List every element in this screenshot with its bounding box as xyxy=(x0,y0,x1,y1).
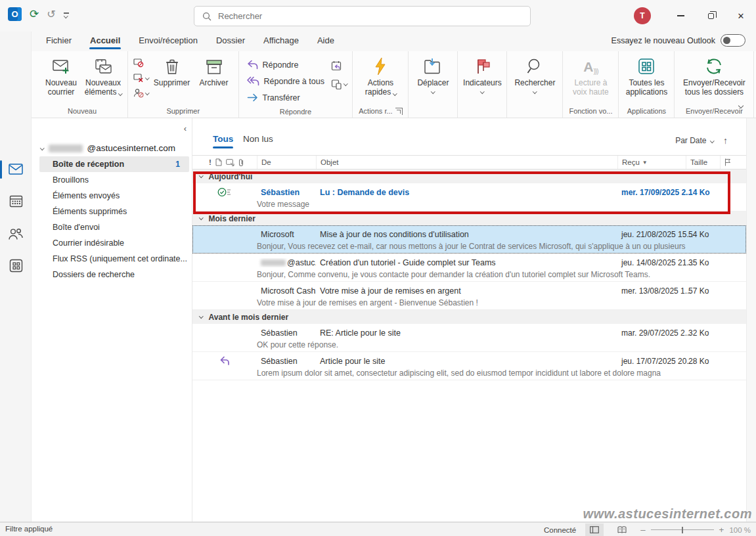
collapse-folder-pane-button[interactable]: ‹ xyxy=(184,123,187,133)
ribbon: Nouveau courrier Nouveaux éléments Nouve… xyxy=(32,51,756,118)
send-receive-all-button[interactable]: Envoyer/Recevoir tous les dossiers xyxy=(678,54,749,97)
email-row[interactable]: Microsoft Cash... Votre mise à jour de r… xyxy=(192,282,746,310)
column-de[interactable]: De xyxy=(257,156,316,169)
reading-view-button[interactable] xyxy=(613,524,631,536)
tab-affichage[interactable]: Affichage xyxy=(257,32,305,51)
account-header[interactable]: @astucesinternet.com xyxy=(41,143,175,153)
customize-toolbar-icon[interactable] xyxy=(64,11,69,17)
item-type-column-icon[interactable] xyxy=(215,158,222,166)
nav-apps-button[interactable] xyxy=(0,252,32,279)
layout-view-button[interactable] xyxy=(585,524,604,536)
minimize-icon xyxy=(677,15,684,16)
flag-column-icon[interactable] xyxy=(724,158,731,166)
search-input[interactable] xyxy=(218,11,522,21)
share-button[interactable] xyxy=(331,78,347,90)
zoom-slider[interactable] xyxy=(651,529,714,530)
zoom-in-button[interactable]: + xyxy=(719,525,724,535)
new-items-button[interactable]: Nouveaux éléments xyxy=(83,54,123,97)
nav-people-button[interactable] xyxy=(0,221,32,247)
quick-actions-button[interactable]: Actions rapides xyxy=(357,54,404,97)
watermark: www.astucesinternet.com xyxy=(583,506,753,522)
new-mail-button[interactable]: Nouveau courrier xyxy=(41,54,81,97)
collapse-ribbon-button[interactable] xyxy=(734,97,748,112)
tab-accueil[interactable]: Accueil xyxy=(83,32,127,51)
block-sender-button[interactable] xyxy=(133,87,149,99)
email-row[interactable]: Sébastien Article pour le site jeu. 17/0… xyxy=(192,352,746,380)
chevron-down-icon xyxy=(145,76,149,79)
column-taille[interactable]: Taille xyxy=(686,156,720,169)
avatar[interactable]: T xyxy=(634,7,651,24)
tab-envoi-reception[interactable]: Envoi/réception xyxy=(132,32,204,51)
outlook-logo-icon[interactable]: O xyxy=(8,7,22,21)
folder-inbox[interactable]: Boîte de réception1 xyxy=(39,156,189,172)
group-applications: Toutes les applications Applications xyxy=(619,51,675,118)
ignore-button[interactable] xyxy=(133,56,149,69)
dialog-launcher-icon[interactable] xyxy=(395,108,403,115)
attachment-column-icon[interactable] xyxy=(238,158,244,167)
column-recu[interactable]: Reçu▼ xyxy=(617,156,686,169)
group-label-supprimer: Supprimer xyxy=(132,104,234,118)
new-outlook-toggle[interactable] xyxy=(721,34,745,47)
archive-button[interactable]: Archiver xyxy=(194,54,234,87)
send-receive-icon[interactable]: ⟳ xyxy=(30,9,39,20)
email-row[interactable]: Microsoft Mise à jour de nos conditions … xyxy=(192,225,746,254)
folder-sent[interactable]: Éléments envoyés xyxy=(32,188,189,204)
folder-rss[interactable]: Flux RSS (uniquement cet ordinate... xyxy=(32,251,189,267)
email-row[interactable]: Sébastien Lu : Demande de devis mer. 17/… xyxy=(192,183,746,212)
find-label: Rechercher xyxy=(514,78,555,87)
meeting-reply-button[interactable] xyxy=(331,59,347,72)
all-apps-button[interactable]: Toutes les applications xyxy=(623,54,670,97)
folder-junk[interactable]: Courrier indésirable xyxy=(32,235,189,251)
read-aloud-label: Lecture à voix haute xyxy=(567,78,614,97)
move-button[interactable]: Déplacer xyxy=(412,54,453,93)
sort-by-date-button[interactable]: Par Date xyxy=(675,136,713,145)
search-box[interactable] xyxy=(194,6,531,26)
group-label-actions: Actions r... xyxy=(357,104,404,118)
sort-direction-button[interactable]: ↑ xyxy=(723,135,728,146)
filter-tab-unread[interactable]: Non lus xyxy=(243,134,273,144)
column-objet[interactable]: Objet xyxy=(316,156,617,169)
undo-icon[interactable]: ↺ xyxy=(47,9,55,20)
tab-aide[interactable]: Aide xyxy=(311,32,341,51)
importance-column-icon[interactable]: ! xyxy=(209,158,211,166)
folder-drafts[interactable]: Brouillons xyxy=(32,172,189,188)
group-header-last-month[interactable]: Mois dernier xyxy=(192,212,746,225)
reply-all-label: Répondre à tous xyxy=(264,77,324,86)
send-receive-all-label: Envoyer/Recevoir tous les dossiers xyxy=(678,78,749,97)
tab-dossier[interactable]: Dossier xyxy=(210,32,252,51)
filter-tab-all[interactable]: Tous xyxy=(213,134,233,144)
nav-mail-button[interactable] xyxy=(0,156,32,183)
email-date: mar. 29/07/2025 2... xyxy=(617,328,686,338)
group-label-deplacer xyxy=(412,104,453,118)
folder-search[interactable]: Dossiers de recherche xyxy=(32,267,189,282)
group-header-today[interactable]: Aujourd'hui xyxy=(192,169,746,183)
find-button[interactable]: Rechercher xyxy=(511,54,558,93)
minimize-button[interactable] xyxy=(665,0,696,32)
close-button[interactable]: ✕ xyxy=(726,0,756,32)
email-sender: Sébastien xyxy=(257,188,316,197)
tab-fichier[interactable]: Fichier xyxy=(39,32,78,51)
zoom-out-button[interactable]: – xyxy=(640,525,645,535)
quick-actions-label: Actions rapides xyxy=(357,78,404,97)
folder-deleted[interactable]: Éléments supprimés xyxy=(32,204,189,219)
flags-button[interactable]: Indicateurs xyxy=(462,54,502,93)
reply-button[interactable]: Répondre xyxy=(243,56,328,73)
email-row[interactable]: Sébastien RE: Article pour le site mar. … xyxy=(192,324,746,352)
chevron-down-icon xyxy=(431,89,435,93)
mention-column-icon[interactable] xyxy=(226,159,234,166)
forward-button[interactable]: Transférer xyxy=(243,89,328,106)
email-rows: Aujourd'hui Sébastien Lu : Demande de de… xyxy=(192,169,746,380)
group-header-older[interactable]: Avant le mois dernier xyxy=(192,310,746,324)
group-label-rechercher xyxy=(511,104,558,118)
chevron-down-icon xyxy=(480,89,484,93)
scrollbar-track[interactable] xyxy=(746,118,756,522)
zoom-percentage[interactable]: 100 % xyxy=(729,526,751,534)
email-row[interactable]: @astuc... Création d'un tutoriel - Guide… xyxy=(192,254,746,282)
zoom-slider-thumb[interactable] xyxy=(682,527,684,533)
restore-button[interactable] xyxy=(696,0,726,32)
reply-all-button[interactable]: Répondre à tous xyxy=(243,73,328,89)
nav-calendar-button[interactable] xyxy=(0,188,32,214)
delete-button[interactable]: Supprimer xyxy=(152,54,192,87)
folder-outbox[interactable]: Boîte d'envoi xyxy=(32,219,189,235)
clean-up-button[interactable] xyxy=(133,72,149,84)
